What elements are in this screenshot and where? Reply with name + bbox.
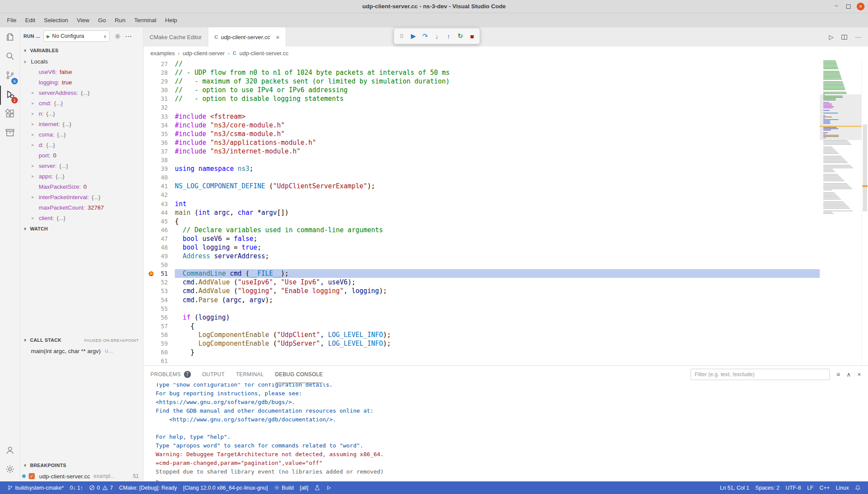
code-line-32[interactable]: 32 xyxy=(144,103,820,112)
status-cmake-kit[interactable]: [Clang 12.0.0 x86_64-pc-linux-gnu] xyxy=(180,481,271,494)
variable-server[interactable]: >server:{...} xyxy=(20,160,143,171)
breadcrumb-item[interactable]: udp-client-server.cc xyxy=(239,50,288,57)
close-icon[interactable]: × xyxy=(276,33,280,41)
breakpoints-section-header[interactable]: BREAKPOINTS xyxy=(20,460,143,471)
breakpoint-checkbox[interactable] xyxy=(29,473,35,479)
menu-selection[interactable]: Selection xyxy=(40,15,73,26)
variable-maxpacketsize[interactable]: MaxPacketSize:0 xyxy=(20,181,143,192)
debug-console[interactable]: Type "show configuration" for configurat… xyxy=(144,383,868,481)
status-git-branch[interactable]: buildsystem-cmake* xyxy=(4,481,67,494)
status-language-mode[interactable]: C++ xyxy=(816,481,833,494)
menu-view[interactable]: View xyxy=(73,15,94,26)
variable-serveraddress[interactable]: >serverAddress:{...} xyxy=(20,87,143,98)
code-line-60[interactable]: 60 } xyxy=(144,348,820,357)
stop-button[interactable]: ■ xyxy=(466,30,478,42)
variable-n[interactable]: >n:{...} xyxy=(20,108,143,119)
breakpoint-item[interactable]: udp-client-server.cc exampl... 51 xyxy=(20,471,143,481)
step-out-button[interactable]: ↑ xyxy=(443,30,454,42)
code-line-47[interactable]: 47 bool useV6 = false; xyxy=(144,234,820,243)
stack-frame[interactable]: main(int argc, char ** argv) u… xyxy=(20,346,143,356)
menu-edit[interactable]: Edit xyxy=(21,15,40,26)
menu-file[interactable]: File xyxy=(3,15,21,26)
status-notifications[interactable] xyxy=(852,481,864,494)
status-cmake-status[interactable]: CMake: [Debug]: Ready xyxy=(116,481,180,494)
status-indentation[interactable]: Spaces: 2 xyxy=(752,481,783,494)
start-debugging-icon[interactable] xyxy=(47,34,50,39)
code-line-55[interactable]: 55 xyxy=(144,304,820,313)
minimap[interactable] xyxy=(820,60,861,365)
current-line-breakpoint-icon[interactable] xyxy=(149,271,154,276)
menu-run[interactable]: Run xyxy=(110,15,130,26)
menu-help[interactable]: Help xyxy=(160,15,181,26)
code-line-29[interactable]: 29// - maximum of 320 packets sent (or l… xyxy=(144,77,820,86)
activity-item-run-and-debug[interactable]: 1 xyxy=(0,86,20,105)
status-cmake-target[interactable]: [all] xyxy=(297,481,311,494)
code-line-35[interactable]: 35#include "ns3/csma-module.h" xyxy=(144,130,820,138)
code-line-27[interactable]: 27// xyxy=(144,60,820,68)
variable-usev6[interactable]: useV6:false xyxy=(20,67,143,77)
debug-console-filter-input[interactable] xyxy=(691,369,830,380)
status-sync-status[interactable]: 0↓ 1↑ xyxy=(67,481,86,494)
more-actions-icon[interactable]: ··· xyxy=(125,33,132,40)
window-minimize-button[interactable] xyxy=(832,3,840,10)
status-encoding[interactable]: UTF-8 xyxy=(782,481,804,494)
code-line-61[interactable]: 61 xyxy=(144,357,820,365)
panel-tab-output[interactable]: OUTPUT xyxy=(202,366,225,383)
code-line-51[interactable]: 51 CommandLine cmd (__FILE__); xyxy=(144,269,820,278)
code-line-43[interactable]: 43int xyxy=(144,200,820,208)
code-line-49[interactable]: 49 Address serverAddress; xyxy=(144,252,820,260)
tab-cmake-cache-editor[interactable]: CMake Cache Editor xyxy=(144,27,208,47)
variable-csma[interactable]: >csma:{...} xyxy=(20,129,143,140)
step-over-button[interactable]: ↷ xyxy=(419,30,431,42)
code-line-45[interactable]: 45{ xyxy=(144,217,820,226)
panel-tab-terminal[interactable]: TERMINAL xyxy=(236,366,264,383)
variable-client[interactable]: >client:{...} xyxy=(20,213,143,223)
breadcrumb-item[interactable]: examples xyxy=(150,50,175,57)
variable-logging[interactable]: logging:true xyxy=(20,77,143,87)
more-actions-icon[interactable]: ··· xyxy=(855,33,861,40)
debug-settings-gear-icon[interactable] xyxy=(113,32,122,40)
code-line-40[interactable]: 40 xyxy=(144,173,820,182)
code-line-46[interactable]: 46 // Declare variables used in command-… xyxy=(144,226,820,234)
activity-item-search[interactable] xyxy=(0,47,20,67)
code-line-38[interactable]: 38 xyxy=(144,156,820,164)
status-problems[interactable]: 07 xyxy=(86,481,116,494)
code-line-36[interactable]: 36#include "ns3/applications-module.h" xyxy=(144,138,820,147)
code-line-31[interactable]: 31// - option to disable logging stateme… xyxy=(144,94,820,103)
variable-interpacketinterval[interactable]: >interPacketInterval:{...} xyxy=(20,192,143,202)
close-panel-icon[interactable]: × xyxy=(858,371,861,378)
menu-terminal[interactable]: Terminal xyxy=(130,15,160,26)
code-line-41[interactable]: 41NS_LOG_COMPONENT_DEFINE ("UdpClientSer… xyxy=(144,182,820,190)
variable-d[interactable]: >d:{...} xyxy=(20,140,143,150)
restart-button[interactable]: ↻ xyxy=(454,30,466,42)
code-line-59[interactable]: 59 LogComponentEnable ("UdpServer", LOG_… xyxy=(144,339,820,348)
activity-item-extensions[interactable] xyxy=(0,105,20,124)
code-line-30[interactable]: 30// - option to use IPv4 or IPv6 addres… xyxy=(144,86,820,94)
code-line-33[interactable]: 33#include <fstream> xyxy=(144,112,820,121)
code-line-52[interactable]: 52 cmd.AddValue ("useIpv6", "Use Ipv6", … xyxy=(144,278,820,287)
variable-maxpacketcount[interactable]: maxPacketCount:32767 xyxy=(20,202,143,213)
tab-udp-client-server-cc[interactable]: Cudp-client-server.cc× xyxy=(208,27,286,47)
code-line-54[interactable]: 54 cmd.Parse (argc, argv); xyxy=(144,296,820,304)
run-icon[interactable]: ▷ xyxy=(829,33,834,40)
split-editor-icon[interactable] xyxy=(841,35,847,40)
code-line-42[interactable]: 42 xyxy=(144,190,820,199)
activity-item-manage[interactable] xyxy=(0,461,20,480)
window-maximize-button[interactable] xyxy=(845,3,852,10)
activity-item-testing[interactable] xyxy=(0,124,20,143)
panel-tab-problems[interactable]: PROBLEMS7 xyxy=(150,366,191,383)
code-line-34[interactable]: 34#include "ns3/core-module.h" xyxy=(144,121,820,130)
breadcrumb-item[interactable]: udp-client-server xyxy=(183,50,225,57)
code-line-28[interactable]: 28// - UDP flow from n0 to n1 of 1024 by… xyxy=(144,68,820,77)
variables-section-header[interactable]: VARIABLES xyxy=(20,45,143,56)
scope-locals[interactable]: Locals xyxy=(20,56,143,67)
code-line-56[interactable]: 56 if (logging) xyxy=(144,313,820,322)
code-line-44[interactable]: 44main (int argc, char *argv[]) xyxy=(144,208,820,217)
status-remote-os[interactable]: Linux xyxy=(833,481,852,494)
call-stack-section-header[interactable]: CALL STACK PAUSED ON BREAKPOINT xyxy=(20,334,143,346)
code-line-48[interactable]: 48 bool logging = true; xyxy=(144,243,820,252)
debug-configuration-dropdown[interactable]: No Configura xyxy=(43,30,110,42)
code-line-39[interactable]: 39using namespace ns3; xyxy=(144,164,820,173)
code-line-57[interactable]: 57 { xyxy=(144,322,820,330)
variable-apps[interactable]: >apps:{...} xyxy=(20,171,143,181)
